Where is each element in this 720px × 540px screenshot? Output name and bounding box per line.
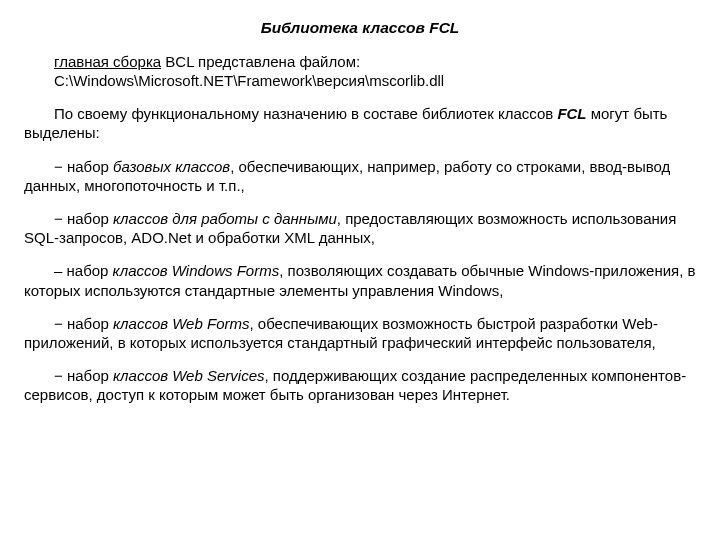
- item-em: классов Web Services: [113, 367, 264, 384]
- item-dash: − набор: [54, 210, 113, 227]
- item-em: базовых классов: [113, 158, 230, 175]
- item-dash: − набор: [54, 315, 113, 332]
- item-dash: − набор: [54, 158, 113, 175]
- assembly-block: главная сборка BCL представлена файлом: …: [54, 52, 696, 90]
- intro-paragraph: По своему функциональному назначению в с…: [24, 104, 696, 142]
- intro-pre: По своему функциональному назначению в с…: [54, 105, 557, 122]
- list-item: − набор базовых классов, обеспечивающих,…: [24, 157, 696, 195]
- item-dash: – набор: [54, 262, 113, 279]
- item-em: классов Windows Forms: [113, 262, 280, 279]
- list-item: − набор классов Web Services, поддержива…: [24, 366, 696, 404]
- item-dash: − набор: [54, 367, 113, 384]
- item-em: классов Web Forms: [113, 315, 249, 332]
- intro-fcl: FCL: [557, 105, 586, 122]
- list-item: − набор классов для работы с данными, пр…: [24, 209, 696, 247]
- item-em: классов для работы с данными: [113, 210, 337, 227]
- assembly-label: главная сборка: [54, 53, 161, 70]
- list-item: – набор классов Windows Forms, позволяющ…: [24, 261, 696, 299]
- page-title: Библиотека классов FCL: [24, 18, 696, 38]
- list-item: − набор классов Web Forms, обеспечивающи…: [24, 314, 696, 352]
- assembly-path: C:\Windows\Microsoft.NET\Framework\верси…: [54, 72, 444, 89]
- assembly-line1-rest: BCL представлена файлом:: [161, 53, 360, 70]
